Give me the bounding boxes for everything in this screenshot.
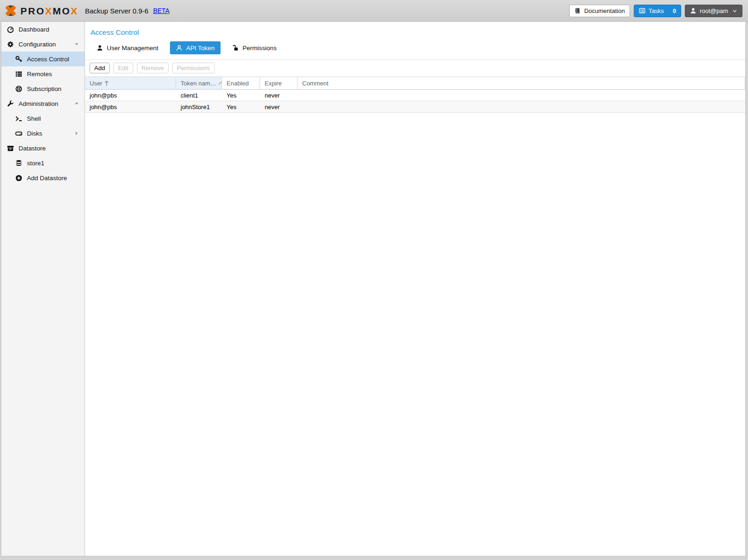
proxmox-logo-icon [4,4,18,18]
user-outline-icon [176,45,182,51]
terminal-icon [14,115,23,122]
api-token-table: UserToken nam…EnabledExpireComment john@… [85,77,745,113]
column-header-token-nam[interactable]: Token nam… [176,77,222,89]
sort-asc-icon [104,80,109,86]
sidebar-item-label: store1 [27,160,45,167]
column-header-comment[interactable]: Comment [298,77,745,89]
permissions-button[interactable]: Permissions [172,63,215,73]
cell-expire: never [260,101,298,112]
user-icon [97,45,103,51]
toolbar: AddEditRemovePermissions [85,60,745,77]
sidebar-item-configuration[interactable]: Configuration [1,37,85,52]
task-list-icon [639,7,645,14]
app-title: Backup Server 0.9-6 [85,7,149,15]
sidebar-item-label: Disks [27,130,42,137]
sidebar-item-add-datastore[interactable]: Add Datastore [1,170,85,185]
column-header-enabled[interactable]: Enabled [222,77,260,89]
unlock-icon [232,45,239,51]
sidebar-item-label: Dashboard [19,26,49,33]
sidebar-item-label: Datastore [19,145,46,152]
tasks-label: Tasks [649,7,664,14]
cell-enabled: Yes [222,90,260,101]
sidebar: DashboardConfigurationAccess ControlRemo… [1,22,85,556]
proxmox-logo: PROXMOX [4,4,78,18]
list-icon [14,71,23,78]
book-icon [574,7,581,14]
user-menu-button[interactable]: root@pam [685,5,742,17]
tab-label: Permissions [242,45,277,52]
sidebar-item-datastore[interactable]: Datastore [1,141,85,156]
tab-user-management[interactable]: User Management [91,41,164,54]
sidebar-item-shell[interactable]: Shell [1,111,85,126]
table-row[interactable]: john@pbsjohnStore1Yesnever [85,101,745,113]
archive-icon [6,145,14,152]
main-panel: Access Control User ManagementAPI TokenP… [85,22,746,556]
documentation-label: Documentation [584,7,624,14]
tab-label: API Token [186,45,215,52]
sidebar-item-label: Remotes [27,71,52,78]
sidebar-item-remotes[interactable]: Remotes [1,66,85,81]
database-icon [14,160,23,167]
tasks-button[interactable]: Tasks 0 [634,5,681,17]
edit-button[interactable]: Edit [113,63,133,73]
life-ring-icon [14,85,23,92]
cell-user: john@pbs [85,90,176,101]
column-label: Token nam… [181,80,216,87]
user-icon [690,7,696,14]
top-header: PROXMOX Backup Server 0.9-6 BETA Documen… [0,0,748,22]
sort-asc-clipped-icon [218,81,222,85]
cell-enabled: Yes [222,101,260,112]
tab-permissions[interactable]: Permissions [226,41,283,54]
gear-icon [6,41,14,48]
beta-link[interactable]: BETA [153,7,170,14]
expand-arrow-icon[interactable] [74,131,79,136]
sidebar-item-dashboard[interactable]: Dashboard [1,22,85,37]
sidebar-item-access-control[interactable]: Access Control [1,52,85,66]
tab-bar: User ManagementAPI TokenPermissions [85,37,745,60]
sidebar-item-disks[interactable]: Disks [1,126,85,141]
column-label: User [90,80,102,87]
tachometer-icon [6,26,14,33]
cell-token-nam: client1 [176,90,222,101]
chevron-down-icon [731,8,737,13]
cell-expire: never [260,90,298,101]
username-label: root@pam [700,7,728,14]
plus-circle-icon [14,175,23,182]
sidebar-item-subscription[interactable]: Subscription [1,81,85,96]
table-header: UserToken nam…EnabledExpireComment [85,77,745,90]
table-row[interactable]: john@pbsclient1Yesnever [85,90,745,101]
tasks-count-badge: 0 [673,7,676,14]
column-label: Expire [265,80,282,87]
hdd-icon [14,130,23,137]
sidebar-item-label: Access Control [27,56,69,63]
cell-user: john@pbs [85,101,176,112]
collapse-arrow-icon[interactable] [74,101,79,106]
sidebar-item-label: Configuration [19,41,56,48]
cell-comment [298,90,745,101]
proxmox-logo-text: PROXMOX [20,6,78,16]
tab-api-token[interactable]: API Token [170,41,221,54]
column-label: Comment [302,80,328,87]
sidebar-item-label: Add Datastore [27,175,67,182]
sidebar-item-store1[interactable]: store1 [1,156,85,170]
column-header-expire[interactable]: Expire [260,77,298,89]
page-title: Access Control [85,22,745,37]
collapse-arrow-icon[interactable] [74,42,79,46]
content-area: DashboardConfigurationAccess ControlRemo… [0,22,748,556]
tab-label: User Management [107,45,158,52]
sidebar-item-label: Shell [27,115,41,122]
wrench-icon [6,100,14,107]
sidebar-item-label: Administration [19,100,59,107]
documentation-button[interactable]: Documentation [569,5,630,17]
key-icon [14,56,23,63]
add-button[interactable]: Add [90,63,110,73]
remove-button[interactable]: Remove [137,63,169,73]
sidebar-item-label: Subscription [27,85,61,92]
cell-token-nam: johnStore1 [176,101,222,112]
cell-comment [298,101,745,112]
column-header-user[interactable]: User [85,77,176,89]
column-label: Enabled [227,80,249,87]
table-body: john@pbsclient1Yesneverjohn@pbsjohnStore… [85,90,745,113]
sidebar-item-administration[interactable]: Administration [1,96,85,111]
